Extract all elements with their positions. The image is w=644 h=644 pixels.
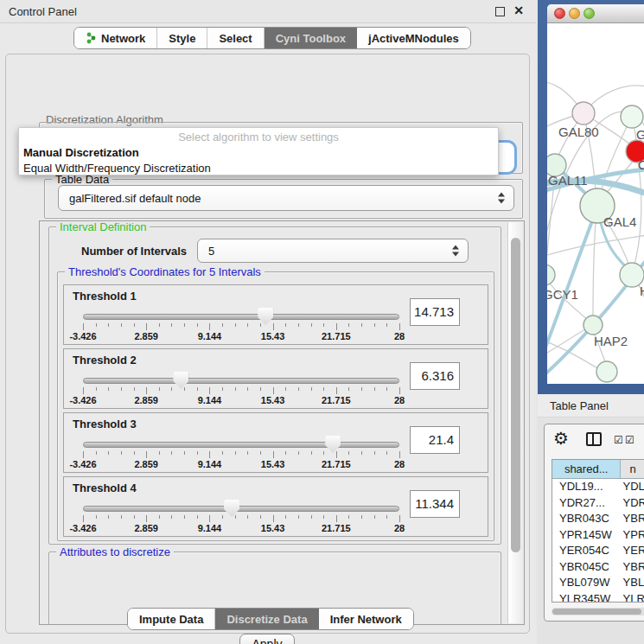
node-attribute-table[interactable]: shared...n YDL19...YDL1YDR27...YDR2YBR04… (552, 459, 644, 603)
table-row[interactable]: YDR27...YDR2 (552, 495, 644, 512)
tick-label: 2.859 (134, 523, 158, 533)
table-panel-region: ⚙ ☑ ☑ shared...n YDL19...YDL1YDR27...YDR… (538, 418, 644, 644)
table-row[interactable]: YBR043CYBR0 (552, 511, 644, 527)
algorithm-dropdown-popup: Select algorithm to view settings Manual… (18, 127, 499, 175)
tick-label: 15.43 (261, 523, 285, 533)
threshold-label: Threshold 3 (73, 418, 137, 430)
tick-label: 9.144 (198, 331, 222, 341)
combobox-stepper-icon (498, 193, 505, 204)
tab-select[interactable]: Select (207, 28, 264, 48)
tab-jactivemnodules[interactable]: jActiveMNodules (357, 28, 470, 48)
number-of-intervals-combobox[interactable]: 5 (197, 239, 469, 263)
table-hscrollbar-thumb[interactable] (552, 609, 641, 615)
control-panel-title: Control Panel (9, 0, 77, 23)
settings-scroll-panel: Interval Definition Number of Intervals … (39, 220, 525, 625)
algorithm-option-equal-width-frequency[interactable]: Equal Width/Frequency Discretization (23, 162, 211, 175)
node-label: H (640, 284, 644, 298)
slider-thumb[interactable] (173, 372, 188, 389)
slider-ruler (83, 451, 399, 458)
table-row[interactable]: YER054CYER0 (552, 543, 644, 559)
tab-network[interactable]: Network (74, 28, 157, 48)
control-panel-tabstrip: NetworkStyleSelectCyni ToolboxjActiveMNo… (73, 27, 471, 49)
tick-label: 9.144 (198, 459, 222, 469)
table-data-combobox[interactable]: galFiltered.sif default node (58, 185, 514, 211)
float-window-icon[interactable] (495, 7, 505, 16)
algorithm-option-manual-discretization[interactable]: Manual Discretization (23, 146, 139, 159)
minimize-traffic-light[interactable] (569, 8, 580, 19)
panel-scrollbar-track[interactable] (507, 222, 522, 623)
slider-track[interactable] (83, 442, 399, 448)
threshold-panel-2: Threshold 2-3.4262.8599.14415.4321.71528… (63, 348, 488, 409)
close-traffic-light[interactable] (554, 8, 565, 19)
tick-label: 21.715 (322, 459, 351, 469)
zoom-traffic-light[interactable] (583, 8, 595, 19)
slider-track[interactable] (83, 378, 399, 384)
tab-infer-network[interactable]: Infer Network (319, 609, 413, 629)
threshold-panel-3: Threshold 3-3.4262.8599.14415.4321.71528… (63, 412, 488, 473)
table-row[interactable]: YDL19...YDL1 (552, 479, 644, 495)
slider-thumb[interactable] (325, 436, 341, 453)
node-label: GAL80 (558, 124, 599, 139)
tick-label: 28 (394, 331, 405, 341)
tab-impute-data[interactable]: Impute Data (128, 609, 215, 629)
threshold-value-field[interactable]: 21.4 (410, 426, 460, 454)
tab-cyni-toolbox[interactable]: Cyni Toolbox (265, 28, 357, 48)
combobox-stepper-icon (452, 245, 459, 257)
network-node (547, 265, 555, 285)
threshold-label: Threshold 4 (73, 481, 137, 494)
network-node (621, 105, 643, 128)
threshold-label: Threshold 1 (73, 290, 137, 303)
column-header-1[interactable]: n (621, 460, 644, 478)
tick-label: -3.426 (69, 331, 96, 341)
tab-discretize-data[interactable]: Discretize Data (215, 609, 318, 629)
apply-button[interactable]: Apply (239, 634, 295, 644)
threshold-panel-4: Threshold 4-3.4262.8599.14415.4321.71528… (63, 476, 488, 537)
tick-label: 21.715 (322, 523, 351, 533)
slider-track[interactable] (83, 314, 399, 320)
network-view-window: GAL80GCGAL11GAL4GCY1HHAP2 (547, 4, 644, 384)
tick-label: -3.426 (69, 523, 96, 533)
table-hscrollbar-track[interactable] (552, 608, 644, 615)
gear-icon[interactable]: ⚙ (553, 428, 569, 449)
panel-scrollbar-thumb[interactable] (511, 238, 520, 552)
control-panel: Control Panel ✕ NetworkStyleSelectCyni T… (0, 0, 536, 644)
checkbox-icon[interactable]: ☑ (614, 434, 623, 446)
tick-label: 21.715 (322, 331, 351, 341)
tick-label: 28 (394, 395, 405, 405)
slider-track[interactable] (83, 506, 399, 512)
slider-thumb[interactable] (224, 500, 239, 517)
tick-label: 21.715 (322, 395, 351, 405)
interval-definition-group-title: Interval Definition (56, 220, 150, 233)
control-panel-titlebar: Control Panel ✕ (0, 0, 536, 23)
network-window-titlebar[interactable] (547, 4, 644, 23)
node-label: HAP2 (594, 334, 628, 348)
table-row[interactable]: YPR145WYPR1 (552, 527, 644, 544)
table-row[interactable]: YBL079WYBL0 (552, 575, 644, 591)
network-canvas[interactable]: GAL80GCGAL11GAL4GCY1HHAP2 (547, 23, 644, 384)
close-icon[interactable]: ✕ (513, 3, 524, 17)
node-label: GAL11 (548, 173, 588, 188)
table-data-selected-value: galFiltered.sif default node (69, 186, 201, 210)
network-node (583, 316, 603, 335)
tick-label: 2.859 (134, 459, 158, 469)
split-columns-icon[interactable] (586, 432, 602, 446)
slider-ruler (83, 387, 399, 394)
table-subwindow: ⚙ ☑ ☑ shared...n YDL19...YDL1YDR27...YDR… (544, 424, 644, 622)
threshold-value-field[interactable]: 14.713 (410, 298, 460, 326)
column-header-0[interactable]: shared... (552, 460, 621, 478)
threshold-value-field[interactable]: 6.316 (410, 362, 460, 390)
tick-label: 2.859 (134, 331, 158, 341)
threshold-value-field[interactable]: 11.344 (410, 490, 460, 518)
tick-label: 9.144 (198, 523, 222, 533)
algorithm-placeholder-option[interactable]: Select algorithm to view settings (19, 131, 498, 143)
table-row[interactable]: YLR345WYLR3 (552, 591, 644, 603)
thresholds-group: Threshold's Coordinates for 5 Intervals … (57, 271, 494, 541)
tick-label: -3.426 (69, 459, 96, 469)
slider-ruler (83, 515, 399, 522)
tick-label: 28 (394, 523, 405, 533)
slider-thumb[interactable] (258, 308, 273, 325)
table-row[interactable]: YBR045CYBR0 (552, 559, 644, 576)
checkbox-icon[interactable]: ☑ (625, 434, 634, 446)
tick-label: 2.859 (134, 395, 158, 405)
tab-style[interactable]: Style (157, 28, 207, 48)
